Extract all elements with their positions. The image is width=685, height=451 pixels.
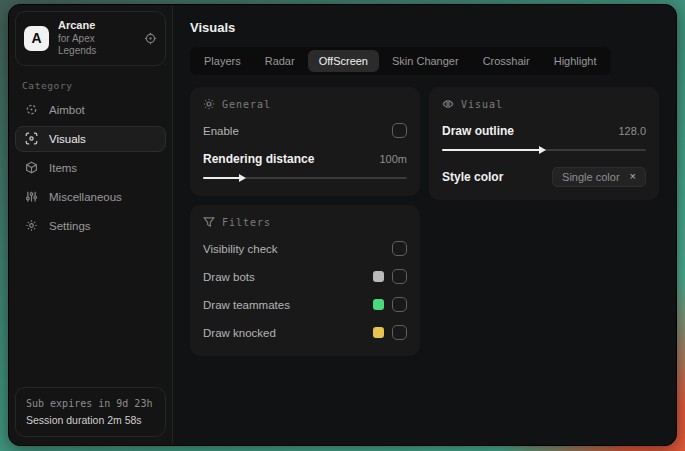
- draw-bots-label: Draw bots: [203, 271, 255, 283]
- draw-teammates-checkbox[interactable]: [392, 297, 407, 312]
- visual-panel: Visual Draw outline 128.0 Style color: [429, 87, 659, 200]
- eye-scan-icon: [25, 132, 38, 145]
- draw-bots-row: Draw bots: [203, 266, 407, 287]
- brand-header: A Arcane for Apex Legends: [15, 11, 166, 66]
- style-color-label: Style color: [442, 170, 503, 184]
- general-panel-title: General: [222, 99, 271, 110]
- sliders-icon: [25, 190, 38, 203]
- rendering-distance-row: Rendering distance 100m: [203, 148, 407, 169]
- filters-panel: Filters Visibility check Draw bots: [190, 205, 420, 356]
- crosshair-icon: [25, 103, 38, 116]
- draw-knocked-checkbox[interactable]: [392, 325, 407, 340]
- draw-outline-row: Draw outline 128.0: [442, 120, 646, 141]
- rendering-distance-slider[interactable]: [203, 173, 407, 183]
- sidebar-item-label: Visuals: [49, 133, 86, 145]
- visibility-check-checkbox[interactable]: [392, 241, 407, 256]
- enable-row: Enable: [203, 120, 407, 141]
- sidebar-item-settings[interactable]: Settings: [15, 213, 166, 239]
- sidebar-item-visuals[interactable]: Visuals: [15, 126, 166, 152]
- enable-checkbox[interactable]: [392, 123, 407, 138]
- draw-outline-label: Draw outline: [442, 124, 514, 138]
- page-title: Visuals: [190, 20, 659, 35]
- draw-outline-value: 128.0: [618, 125, 646, 137]
- eye-icon: [442, 98, 454, 110]
- rendering-distance-value: 100m: [379, 153, 407, 165]
- draw-teammates-color-swatch[interactable]: [373, 299, 384, 310]
- draw-knocked-label: Draw knocked: [203, 327, 276, 339]
- filters-panel-title: Filters: [222, 217, 271, 228]
- subscription-info: Sub expires in 9d 23h Session duration 2…: [15, 387, 166, 437]
- app-subtitle: for Apex Legends: [58, 33, 135, 58]
- sidebar-item-items[interactable]: Items: [15, 155, 166, 181]
- target-icon[interactable]: [144, 32, 157, 45]
- sidebar-item-label: Items: [49, 162, 77, 174]
- tab-skin-changer[interactable]: Skin Changer: [381, 50, 470, 72]
- category-label: Category: [22, 80, 166, 91]
- draw-bots-color-swatch[interactable]: [373, 271, 384, 282]
- tab-offscreen[interactable]: OffScreen: [308, 50, 379, 72]
- visibility-check-label: Visibility check: [203, 243, 278, 255]
- draw-teammates-label: Draw teammates: [203, 299, 290, 311]
- sidebar-item-label: Miscellaneous: [49, 191, 122, 203]
- style-color-value: Single color: [562, 171, 619, 183]
- panel-grid: General Enable Rendering distance 100m: [190, 87, 659, 356]
- style-color-row: Style color Single color ×: [442, 166, 646, 187]
- sidebar-nav: Aimbot Visuals Items: [15, 97, 166, 239]
- sidebar: A Arcane for Apex Legends Category: [9, 5, 173, 445]
- visibility-check-row: Visibility check: [203, 238, 407, 259]
- gear-icon: [25, 219, 38, 232]
- general-panel: General Enable Rendering distance 100m: [190, 87, 420, 196]
- app-window: A Arcane for Apex Legends Category: [8, 4, 677, 446]
- draw-teammates-row: Draw teammates: [203, 294, 407, 315]
- tab-bar: Players Radar OffScreen Skin Changer Cro…: [190, 47, 611, 75]
- clear-icon[interactable]: ×: [630, 171, 636, 182]
- box-icon: [25, 161, 38, 174]
- sidebar-item-label: Aimbot: [49, 104, 85, 116]
- slider-thumb[interactable]: [539, 146, 546, 154]
- draw-knocked-row: Draw knocked: [203, 322, 407, 343]
- sub-expires-text: Sub expires in 9d 23h: [26, 396, 155, 412]
- sidebar-item-miscellaneous[interactable]: Miscellaneous: [15, 184, 166, 210]
- tab-radar[interactable]: Radar: [254, 50, 306, 72]
- funnel-icon: [203, 216, 215, 228]
- session-duration-text: Session duration 2m 58s: [26, 412, 155, 428]
- sidebar-item-label: Settings: [49, 220, 91, 232]
- draw-knocked-color-swatch[interactable]: [373, 327, 384, 338]
- rendering-distance-label: Rendering distance: [203, 152, 314, 166]
- sun-icon: [203, 98, 215, 110]
- draw-bots-checkbox[interactable]: [392, 269, 407, 284]
- tab-players[interactable]: Players: [193, 50, 252, 72]
- draw-outline-slider[interactable]: [442, 145, 646, 155]
- sidebar-item-aimbot[interactable]: Aimbot: [15, 97, 166, 123]
- tab-crosshair[interactable]: Crosshair: [472, 50, 541, 72]
- style-color-select[interactable]: Single color ×: [552, 167, 646, 187]
- visual-panel-title: Visual: [461, 99, 503, 110]
- slider-thumb[interactable]: [239, 174, 246, 182]
- enable-label: Enable: [203, 125, 239, 137]
- tab-highlight[interactable]: Highlight: [543, 50, 608, 72]
- main-content: Visuals Players Radar OffScreen Skin Cha…: [173, 5, 676, 445]
- app-logo: A: [24, 26, 49, 51]
- app-name: Arcane: [58, 19, 135, 33]
